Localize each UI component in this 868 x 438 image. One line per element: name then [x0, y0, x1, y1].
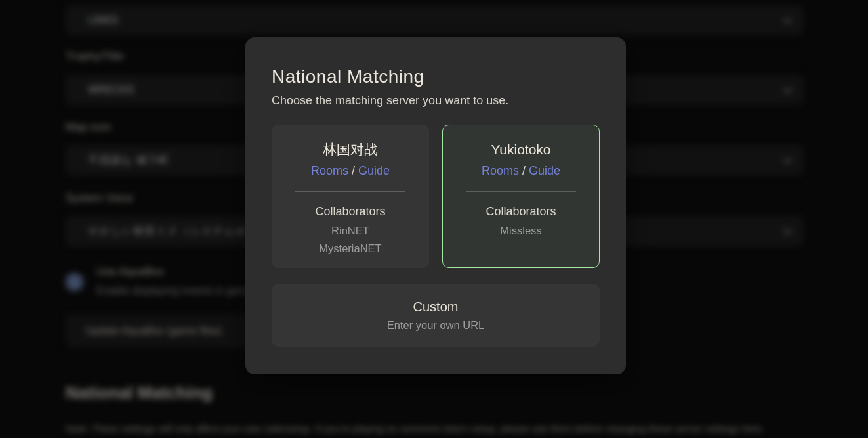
collaborator-item: MysteriaNET	[272, 240, 428, 257]
collaborators-list: RinNET MysteriaNET	[272, 222, 428, 257]
dialog-subtitle: Choose the matching server you want to u…	[272, 93, 600, 108]
server-card-linguo[interactable]: 林国对战 Rooms / Guide Collaborators RinNET …	[272, 125, 429, 268]
server-links: Rooms / Guide	[443, 162, 599, 179]
custom-card-title: Custom	[272, 284, 600, 315]
custom-card-subtitle: Enter your own URL	[272, 318, 600, 332]
collaborators-list: Missless	[443, 222, 599, 240]
rooms-link[interactable]: Rooms	[311, 164, 348, 177]
divider	[466, 191, 576, 192]
server-name: 林国对战	[272, 141, 428, 158]
custom-server-card[interactable]: Custom Enter your own URL	[272, 284, 600, 347]
guide-link[interactable]: Guide	[358, 164, 390, 177]
divider	[295, 191, 405, 192]
collaborator-item: Missless	[443, 222, 599, 240]
national-matching-dialog: National Matching Choose the matching se…	[245, 37, 626, 374]
collaborators-title: Collaborators	[443, 203, 599, 220]
link-separator: /	[352, 164, 355, 177]
rooms-link[interactable]: Rooms	[482, 164, 519, 177]
dialog-title: National Matching	[272, 66, 600, 87]
collaborator-item: RinNET	[272, 222, 428, 240]
server-name: Yukiotoko	[443, 141, 599, 158]
server-links: Rooms / Guide	[272, 162, 428, 179]
server-options-row: 林国对战 Rooms / Guide Collaborators RinNET …	[272, 125, 600, 268]
link-separator: /	[522, 164, 526, 177]
collaborators-title: Collaborators	[272, 203, 428, 220]
server-card-yukiotoko[interactable]: Yukiotoko Rooms / Guide Collaborators Mi…	[442, 125, 600, 268]
guide-link[interactable]: Guide	[529, 164, 560, 177]
